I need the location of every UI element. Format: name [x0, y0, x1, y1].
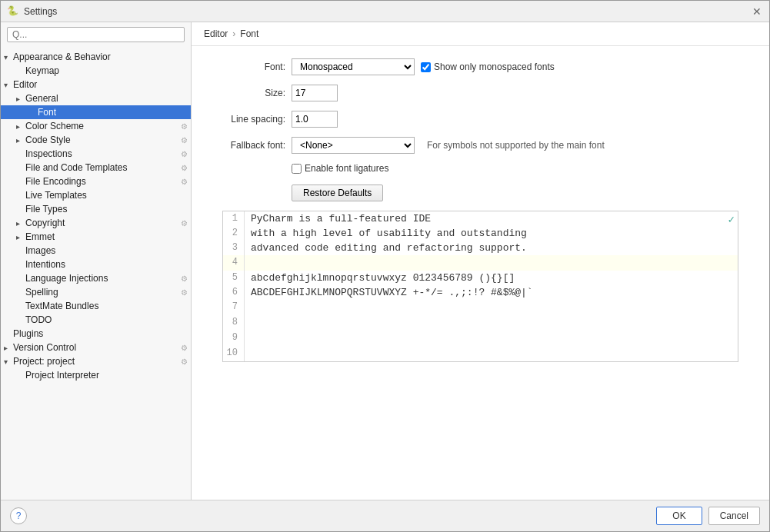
settings-gear-icon: ⚙: [181, 288, 188, 297]
settings-form: Font: Monospaced Show only monospaced fo…: [192, 46, 769, 500]
line-number: 8: [223, 315, 245, 331]
ok-button[interactable]: OK: [656, 507, 702, 525]
line-spacing-label: Line spacing:: [207, 114, 292, 125]
breadcrumb-editor: Editor: [204, 28, 228, 39]
fallback-select[interactable]: <None>: [292, 137, 415, 154]
preview-line: 8: [223, 315, 738, 331]
show-monospaced-checkbox[interactable]: [421, 62, 431, 72]
main-content: ▾Appearance & BehaviorKeymap▾Editor▸Gene…: [1, 22, 769, 500]
sidebar-item-label: Appearance & Behavior: [13, 52, 111, 62]
sidebar-item-emmet[interactable]: ▸Emmet: [1, 230, 191, 244]
restore-row: Restore Defaults: [207, 185, 754, 201]
sidebar-item-font[interactable]: Font: [1, 105, 191, 119]
ligatures-checkbox[interactable]: [292, 164, 302, 174]
search-box: [7, 27, 185, 42]
cancel-button[interactable]: Cancel: [708, 507, 760, 525]
tree-arrow-icon: ▸: [16, 95, 25, 103]
line-spacing-input[interactable]: [292, 111, 338, 128]
sidebar-item-images[interactable]: Images: [1, 244, 191, 258]
sidebar-item-version-control[interactable]: ▸Version Control⚙: [1, 341, 191, 354]
sidebar-item-editor[interactable]: ▾Editor: [1, 78, 191, 91]
tree-arrow-icon: ▸: [16, 122, 25, 131]
settings-window: 🐍 Settings ✕ ▾Appearance & BehaviorKeyma…: [0, 0, 770, 532]
preview-line: 2with a high level of usability and outs…: [223, 226, 738, 241]
sidebar-item-label: TODO: [25, 314, 52, 325]
sidebar-item-label: TextMate Bundles: [25, 301, 98, 311]
size-control: [292, 85, 338, 101]
help-button[interactable]: ?: [10, 507, 27, 524]
sidebar-item-file-code-templates[interactable]: File and Code Templates⚙: [1, 161, 191, 175]
preview-check-icon: ✓: [728, 213, 735, 226]
app-icon: 🐍: [7, 5, 19, 18]
line-spacing-row: Line spacing:: [207, 111, 754, 128]
sidebar-item-todo[interactable]: TODO: [1, 313, 191, 327]
tree-arrow-icon: ▸: [16, 233, 25, 241]
line-number: 5: [223, 271, 245, 285]
settings-gear-icon: ⚙: [181, 357, 188, 366]
tree-arrow-icon: ▸: [16, 136, 25, 145]
sidebar-item-file-encodings[interactable]: File Encodings⚙: [1, 175, 191, 188]
sidebar-item-keymap[interactable]: Keymap: [1, 64, 191, 78]
sidebar-item-label: General: [25, 93, 58, 104]
size-input[interactable]: [292, 85, 338, 101]
sidebar-item-project[interactable]: ▾Project: project⚙: [1, 354, 191, 368]
line-number: 7: [223, 300, 245, 315]
sidebar-item-file-types[interactable]: File Types: [1, 202, 191, 216]
sidebar-item-color-scheme[interactable]: ▸Color Scheme⚙: [1, 119, 191, 133]
tree-arrow-icon: ▾: [4, 81, 13, 89]
settings-gear-icon: ⚙: [181, 219, 188, 228]
sidebar-item-label: Live Templates: [25, 190, 87, 201]
line-code: abcdefghijklmnopqrstuvwxyz 0123456789 ()…: [245, 271, 521, 285]
ligatures-label: Enable font ligatures: [292, 163, 388, 174]
ligatures-row: Enable font ligatures: [207, 163, 754, 174]
restore-defaults-button[interactable]: Restore Defaults: [292, 185, 383, 201]
tree-arrow-icon: ▸: [4, 344, 13, 352]
tree-arrow-icon: ▾: [4, 357, 13, 366]
sidebar-item-label: Inspections: [25, 148, 72, 159]
sidebar-item-textmate-bundles[interactable]: TextMate Bundles: [1, 299, 191, 313]
tree-arrow-icon: ▸: [16, 219, 25, 228]
line-code: advanced code editing and refactoring su…: [245, 241, 533, 255]
line-code: [245, 346, 257, 361]
line-number: 2: [223, 226, 245, 241]
sidebar-item-general[interactable]: ▸General: [1, 91, 191, 105]
line-code: [245, 255, 257, 271]
sidebar-item-inspections[interactable]: Inspections⚙: [1, 147, 191, 161]
search-input[interactable]: [12, 29, 179, 40]
sidebar-item-project-interpreter[interactable]: Project Interpreter: [1, 368, 191, 382]
sidebar-item-label: Spelling: [25, 287, 58, 298]
sidebar-item-label: Emmet: [25, 231, 55, 242]
sidebar-item-copyright[interactable]: ▸Copyright⚙: [1, 216, 191, 230]
sidebar-item-label: Copyright: [25, 218, 65, 228]
font-label: Font:: [207, 62, 292, 72]
main-panel: Editor › Font Font: Monospaced Show only: [192, 22, 769, 500]
sidebar-item-label: Project: project: [13, 356, 75, 367]
line-number: 1: [223, 211, 245, 226]
font-select[interactable]: Monospaced: [292, 58, 415, 75]
fallback-row: Fallback font: <None> For symbols not su…: [207, 137, 754, 154]
sidebar-item-intentions[interactable]: Intentions: [1, 258, 191, 271]
settings-gear-icon: ⚙: [181, 274, 188, 283]
close-button[interactable]: ✕: [751, 5, 763, 18]
preview-line: 7: [223, 300, 738, 315]
sidebar-item-label: Keymap: [25, 65, 59, 76]
preview-line: 1PyCharm is a full-featured IDE: [223, 211, 738, 226]
sidebar-item-appearance-behavior[interactable]: ▾Appearance & Behavior: [1, 50, 191, 64]
sidebar-item-code-style[interactable]: ▸Code Style⚙: [1, 133, 191, 147]
sidebar-item-language-injections[interactable]: Language Injections⚙: [1, 271, 191, 285]
font-control: Monospaced Show only monospaced fonts: [292, 58, 555, 75]
preview-line: 10: [223, 346, 738, 361]
size-row: Size:: [207, 85, 754, 101]
sidebar-item-live-templates[interactable]: Live Templates: [1, 188, 191, 202]
preview-line: 5abcdefghijklmnopqrstuvwxyz 0123456789 (…: [223, 271, 738, 285]
sidebar-item-label: Plugins: [13, 328, 43, 339]
sidebar-item-label: Font: [38, 107, 56, 118]
sidebar-item-label: Code Style: [25, 135, 71, 145]
size-label: Size:: [207, 88, 292, 98]
sidebar-item-label: File Types: [25, 204, 67, 214]
settings-gear-icon: ⚙: [181, 150, 188, 158]
sidebar-item-plugins[interactable]: Plugins: [1, 327, 191, 341]
sidebar-item-spelling[interactable]: Spelling⚙: [1, 285, 191, 299]
font-row: Font: Monospaced Show only monospaced fo…: [207, 58, 754, 75]
line-code: ABCDEFGHIJKLMNOPQRSTUVWXYZ +-*/= .,;:!? …: [245, 285, 539, 300]
